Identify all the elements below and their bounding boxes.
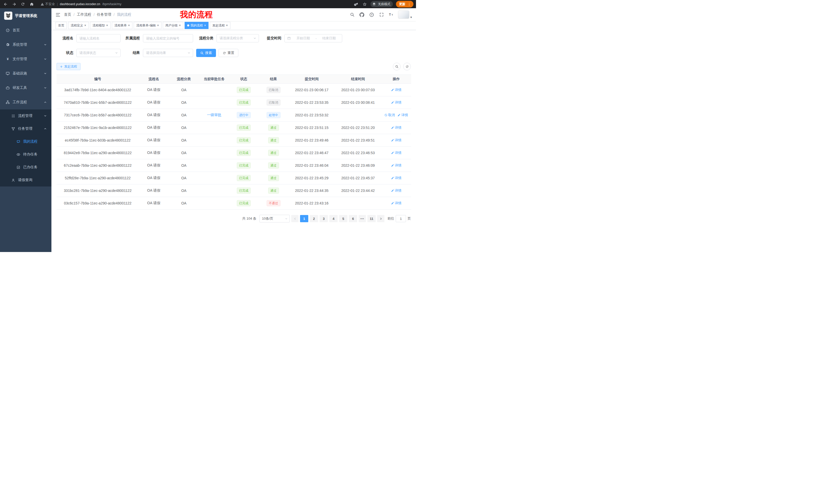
- close-icon[interactable]: ×: [179, 24, 181, 27]
- sidebar-item-process-mgmt[interactable]: 流程管理: [0, 109, 51, 122]
- sidebar-item-devtools[interactable]: 研发工具: [0, 81, 51, 95]
- page-number[interactable]: 3: [319, 215, 328, 222]
- detail-link[interactable]: 详情: [391, 125, 401, 130]
- github-icon[interactable]: [359, 11, 365, 18]
- cell-current-task: [199, 197, 229, 209]
- tab-process-definition[interactable]: 流程定义 ×: [68, 22, 89, 29]
- sidebar-item-leave-query[interactable]: 请假查询: [0, 174, 51, 187]
- detail-link[interactable]: 详情: [391, 201, 401, 205]
- close-icon[interactable]: ×: [204, 24, 206, 27]
- toggle-search-button[interactable]: [393, 63, 400, 71]
- column-header: 结果: [258, 75, 289, 84]
- start-process-button[interactable]: 发起流程: [57, 63, 80, 70]
- detail-link[interactable]: 详情: [391, 150, 401, 155]
- breadcrumb-item[interactable]: 任务管理: [97, 12, 111, 17]
- close-icon[interactable]: ×: [128, 24, 130, 27]
- bookmark-star-icon[interactable]: [362, 1, 367, 7]
- close-icon[interactable]: ×: [84, 24, 86, 27]
- reset-button[interactable]: 重置: [218, 49, 238, 57]
- detail-link[interactable]: 详情: [391, 100, 401, 105]
- sidebar-item-payment[interactable]: ¥ 支付管理: [0, 52, 51, 66]
- next-page-button[interactable]: [377, 215, 384, 222]
- result-tag: 通过: [268, 175, 279, 181]
- sidebar-item-task-mgmt[interactable]: 任务管理: [0, 122, 51, 135]
- red-annotation-text: 我的流程: [180, 9, 213, 20]
- back-button[interactable]: [3, 1, 8, 7]
- parent-process-label: 所属流程: [121, 36, 140, 40]
- result-select[interactable]: 请选择流结果: [143, 49, 193, 57]
- page-number[interactable]: 1: [300, 215, 308, 222]
- font-size-icon[interactable]: TT: [388, 11, 394, 18]
- detail-link[interactable]: 详情: [391, 88, 401, 92]
- sidebar-item-home[interactable]: 首页: [0, 23, 51, 37]
- page-number[interactable]: 6: [349, 215, 357, 222]
- page-number[interactable]: 4: [329, 215, 338, 222]
- page-size-select[interactable]: 10条/页: [259, 215, 290, 222]
- tab-home[interactable]: 首页: [55, 22, 67, 29]
- home-button[interactable]: [29, 1, 34, 7]
- current-task-link[interactable]: 一级审批: [207, 113, 222, 117]
- breadcrumb-item[interactable]: 工作流程: [77, 12, 91, 17]
- sidebar-item-todo-tasks[interactable]: 待办任务: [0, 148, 51, 161]
- prev-page-button[interactable]: [291, 215, 298, 222]
- dashboard-icon: [6, 28, 10, 32]
- user-avatar-menu[interactable]: ▾: [398, 10, 412, 19]
- tab-process-form[interactable]: 流程表单 ×: [112, 22, 132, 29]
- page-number[interactable]: 2: [310, 215, 318, 222]
- result-tag: 通过: [268, 162, 279, 169]
- sidebar-item-system[interactable]: 系统管理: [0, 37, 51, 52]
- user-icon: [11, 178, 15, 182]
- detail-link[interactable]: 详情: [391, 176, 401, 180]
- gear-icon: [6, 43, 10, 47]
- cancel-link[interactable]: 取消: [384, 113, 395, 117]
- close-icon[interactable]: ×: [106, 24, 108, 27]
- result-tag: 处理中: [267, 112, 281, 118]
- hamburger-menu-icon[interactable]: [55, 12, 60, 17]
- help-icon[interactable]: ?: [369, 11, 375, 18]
- cell-category: OA: [169, 147, 199, 159]
- toolbox-icon: [6, 86, 10, 90]
- browser-menu-kebab-icon[interactable]: ⋮: [408, 2, 411, 6]
- page-number-last[interactable]: 11: [367, 215, 375, 222]
- refresh-table-button[interactable]: [403, 63, 411, 71]
- sidebar-item-workflow[interactable]: 工作流程: [0, 95, 51, 109]
- search-button[interactable]: 搜索: [196, 49, 216, 57]
- reload-button[interactable]: [20, 1, 26, 7]
- close-icon[interactable]: ×: [157, 24, 159, 27]
- tab-process-model[interactable]: 流程模型 ×: [90, 22, 110, 29]
- breadcrumb-item[interactable]: 首页: [64, 12, 71, 17]
- more-pages-icon[interactable]: •••: [359, 215, 366, 222]
- tab-my-process[interactable]: 我的流程 ×: [185, 22, 209, 29]
- detail-link[interactable]: 详情: [391, 138, 401, 143]
- jump-page-input[interactable]: [396, 215, 406, 222]
- address-bar[interactable]: 不安全 | dashboard.yudao.iocoder.cn/bpm/tas…: [37, 1, 350, 7]
- chevron-down-icon: [44, 114, 47, 117]
- tab-label: 发起流程: [212, 23, 225, 28]
- submit-time-label: 提交时间: [259, 36, 281, 40]
- forward-button[interactable]: [11, 1, 17, 7]
- tab-start-process[interactable]: 发起流程 ×: [210, 22, 230, 29]
- sidebar-item-my-process[interactable]: 我的流程: [0, 135, 51, 148]
- close-icon[interactable]: ×: [226, 24, 228, 27]
- sidebar-item-done-tasks[interactable]: 已办任务: [0, 161, 51, 174]
- not-secure-warning: 不安全: [41, 2, 55, 6]
- page-number[interactable]: 5: [339, 215, 347, 222]
- parent-process-input[interactable]: [143, 34, 193, 43]
- tab-user-group[interactable]: 用户分组 ×: [163, 22, 183, 29]
- column-header: 流程分类: [169, 75, 199, 84]
- tab-process-form-edit[interactable]: 流程表单-编辑 ×: [134, 22, 161, 29]
- fullscreen-icon[interactable]: [379, 11, 385, 18]
- app-logo-row[interactable]: 芋道管理系统: [0, 8, 51, 23]
- detail-link[interactable]: 详情: [391, 163, 401, 168]
- update-button[interactable]: 更新 ⋮: [396, 1, 413, 7]
- status-select[interactable]: 请选择状态: [76, 49, 121, 57]
- date-range-picker[interactable]: 开始日期 - 结束日期: [284, 34, 342, 43]
- process-category-select[interactable]: 请选择流程分类: [216, 34, 259, 43]
- search-icon[interactable]: [349, 11, 355, 18]
- process-name-input[interactable]: [76, 34, 121, 43]
- password-key-icon[interactable]: [353, 1, 359, 7]
- detail-link[interactable]: 详情: [391, 188, 401, 193]
- detail-link[interactable]: 详情: [397, 113, 408, 117]
- sidebar-item-infrastructure[interactable]: 基础设施: [0, 66, 51, 81]
- plus-icon: [60, 65, 63, 68]
